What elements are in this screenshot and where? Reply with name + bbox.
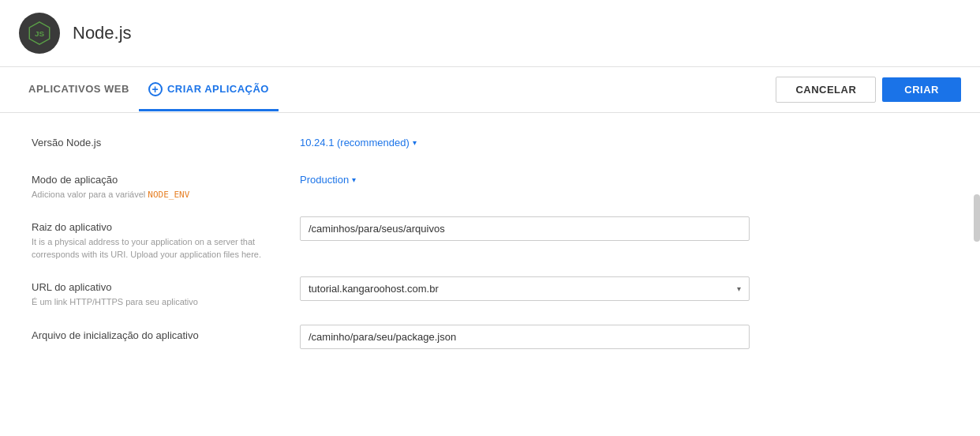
svg-text:JS: JS xyxy=(35,29,45,38)
label-col-init-file: Arquivo de inicialização do aplicativo xyxy=(32,325,300,341)
label-init-file: Arquivo de inicialização do aplicativo xyxy=(32,329,284,341)
tab-create-app[interactable]: + CRIAR APLICAÇÃO xyxy=(139,70,279,111)
init-file-input[interactable] xyxy=(300,325,750,349)
chevron-down-icon: ▾ xyxy=(737,284,741,293)
control-col-init-file xyxy=(300,325,948,349)
nodejs-version-dropdown[interactable]: 10.24.1 (recommended) ▾ xyxy=(300,132,417,153)
label-col-app-root: Raiz do aplicativo It is a physical addr… xyxy=(32,216,300,261)
label-nodejs-version: Versão Node.js xyxy=(32,137,284,148)
control-col-nodejs-version: 10.24.1 (recommended) ▾ xyxy=(300,132,948,153)
control-col-app-url: tutorial.kangaroohost.com.br ▾ xyxy=(300,276,948,301)
label-app-mode: Modo de aplicação xyxy=(32,174,284,186)
form-row-init-file: Arquivo de inicialização do aplicativo xyxy=(32,325,948,349)
tab-web-apps[interactable]: APLICATIVOS WEB xyxy=(19,70,139,110)
sublabel-app-url: É um link HTTP/HTTPS para seu aplicativo xyxy=(32,296,284,308)
header-actions: CANCELAR CRIAR xyxy=(776,67,961,112)
tab-actions-row: APLICATIVOS WEB + CRIAR APLICAÇÃO CANCEL… xyxy=(0,67,980,113)
form-row-app-root: Raiz do aplicativo It is a physical addr… xyxy=(32,216,948,261)
cancel-button[interactable]: CANCELAR xyxy=(776,77,876,103)
app-mode-dropdown[interactable]: Production ▾ xyxy=(300,169,356,190)
label-app-root: Raiz do aplicativo xyxy=(32,221,284,233)
scrollbar[interactable] xyxy=(974,194,980,242)
plus-icon: + xyxy=(148,82,163,96)
app-header: JS Node.js xyxy=(0,0,980,67)
sublabel-app-mode: Adiciona valor para a variável NODE_ENV xyxy=(32,189,284,201)
nodejs-logo: JS xyxy=(19,13,60,54)
label-col-app-url: URL do aplicativo É um link HTTP/HTTPS p… xyxy=(32,276,300,308)
label-col-nodejs-version: Versão Node.js xyxy=(32,132,300,148)
chevron-down-icon: ▾ xyxy=(413,138,417,147)
control-col-app-mode: Production ▾ xyxy=(300,169,948,190)
control-col-app-root xyxy=(300,216,948,241)
node-env-highlight: NODE_ENV xyxy=(148,190,189,200)
form-row-app-url: URL do aplicativo É um link HTTP/HTTPS p… xyxy=(32,276,948,308)
form-row-app-mode: Modo de aplicação Adiciona valor para a … xyxy=(32,169,948,201)
label-col-app-mode: Modo de aplicação Adiciona valor para a … xyxy=(32,169,300,201)
form-row-nodejs-version: Versão Node.js 10.24.1 (recommended) ▾ xyxy=(32,132,948,153)
app-url-dropdown[interactable]: tutorial.kangaroohost.com.br ▾ xyxy=(300,276,750,301)
label-app-url: URL do aplicativo xyxy=(32,281,284,293)
criar-button[interactable]: CRIAR xyxy=(882,77,961,102)
page-title: Node.js xyxy=(73,23,132,43)
chevron-down-icon: ▾ xyxy=(352,175,356,184)
app-root-input[interactable] xyxy=(300,216,750,241)
sublabel-app-root: It is a physical address to your applica… xyxy=(32,236,284,261)
form-container: Versão Node.js 10.24.1 (recommended) ▾ M… xyxy=(0,113,980,384)
